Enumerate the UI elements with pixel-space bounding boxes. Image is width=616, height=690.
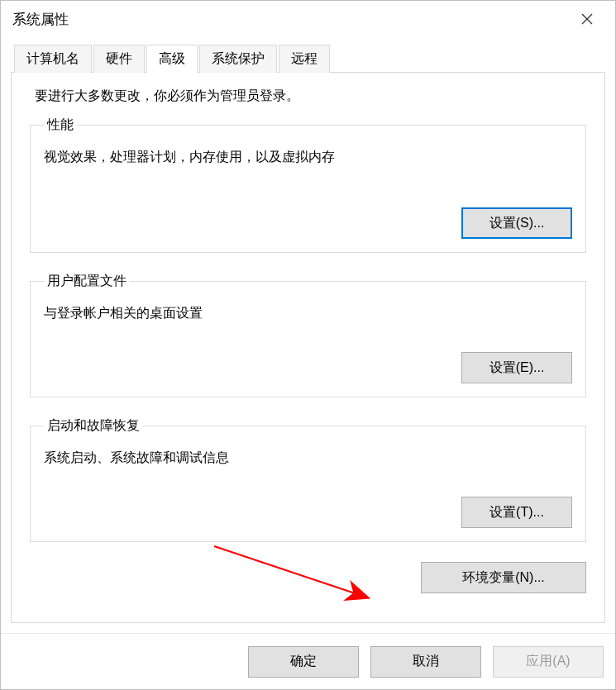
admin-note: 要进行大多数更改，你必须作为管理员登录。 (30, 88, 586, 105)
tab-system-protection[interactable]: 系统保护 (199, 45, 277, 73)
ok-button[interactable]: 确定 (248, 646, 359, 678)
dialog-button-row: 确定 取消 应用(A) (1, 633, 615, 689)
group-performance-legend: 性能 (44, 117, 77, 134)
group-startup-recovery-desc: 系统启动、系统故障和调试信息 (44, 450, 572, 467)
tab-panel-advanced: 要进行大多数更改，你必须作为管理员登录。 性能 视觉效果，处理器计划，内存使用，… (11, 72, 605, 623)
startup-recovery-settings-button[interactable]: 设置(T)... (461, 497, 572, 528)
tab-remote[interactable]: 远程 (279, 45, 330, 73)
close-icon[interactable] (571, 2, 604, 36)
environment-variables-button[interactable]: 环境变量(N)... (421, 562, 586, 593)
group-user-profiles-desc: 与登录帐户相关的桌面设置 (44, 305, 572, 322)
apply-button[interactable]: 应用(A) (493, 646, 604, 678)
group-performance: 性能 视觉效果，处理器计划，内存使用，以及虚拟内存 设置(S)... (30, 117, 586, 253)
group-performance-desc: 视觉效果，处理器计划，内存使用，以及虚拟内存 (44, 149, 572, 166)
tab-computer-name[interactable]: 计算机名 (14, 45, 92, 73)
performance-settings-button[interactable]: 设置(S)... (461, 207, 572, 239)
group-startup-recovery-legend: 启动和故障恢复 (44, 417, 143, 435)
cancel-button[interactable]: 取消 (370, 646, 481, 678)
client-area: 计算机名 硬件 高级 系统保护 远程 要进行大多数更改，你必须作为管理员登录。 … (1, 37, 615, 633)
tab-advanced[interactable]: 高级 (146, 45, 198, 73)
tab-strip: 计算机名 硬件 高级 系统保护 远程 (11, 44, 605, 72)
env-var-row: 环境变量(N)... (30, 562, 586, 593)
group-startup-recovery: 启动和故障恢复 系统启动、系统故障和调试信息 设置(T)... (30, 417, 586, 542)
tab-hardware[interactable]: 硬件 (93, 45, 145, 73)
group-user-profiles-legend: 用户配置文件 (44, 273, 130, 290)
system-properties-window: 系统属性 计算机名 硬件 高级 系统保护 远程 要进行大多数更改，你必须作为管理… (0, 0, 616, 690)
group-user-profiles: 用户配置文件 与登录帐户相关的桌面设置 设置(E)... (30, 273, 586, 397)
titlebar: 系统属性 (1, 1, 615, 37)
user-profiles-settings-button[interactable]: 设置(E)... (461, 352, 572, 383)
window-title: 系统属性 (12, 10, 69, 29)
